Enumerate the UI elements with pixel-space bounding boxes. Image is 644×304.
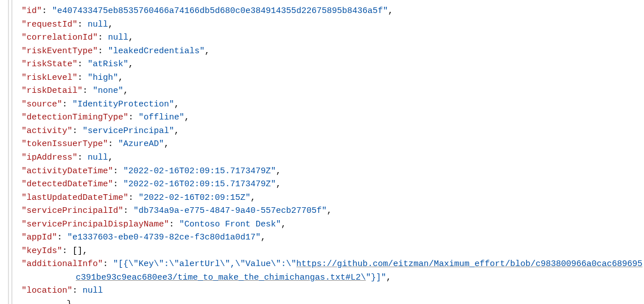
json-string-value: "servicePrincipal" <box>83 126 174 136</box>
json-line: "correlationId": null, <box>21 31 644 45</box>
json-key: "additionalInfo" <box>21 259 103 269</box>
json-key: "id" <box>21 6 42 16</box>
json-line: "servicePrincipalId": "db734a9a-e775-484… <box>21 204 644 218</box>
json-string-value: "Contoso Front Desk" <box>179 220 281 229</box>
json-key: "activityDateTime" <box>21 166 113 176</box>
json-key: "activity" <box>21 126 72 136</box>
json-colon: : <box>57 233 67 242</box>
json-line: "detectedDateTime": "2022-02-16T02:09:15… <box>21 178 644 191</box>
json-code-block: "id": "e407433475eb8535760466a74166db5d6… <box>11 0 644 304</box>
json-comma: , <box>261 233 266 242</box>
json-colon: : <box>98 46 108 56</box>
json-line: "additionalInfo": "[{\"Key\":\"alertUrl\… <box>21 258 644 284</box>
json-key: "servicePrincipalDisplayName" <box>21 220 169 229</box>
json-colon: : <box>77 20 88 29</box>
json-comma: , <box>386 273 391 282</box>
json-colon: : <box>128 113 139 122</box>
json-colon: : <box>169 220 179 229</box>
json-colon: : <box>77 73 88 83</box>
json-array-value: [] <box>72 246 83 256</box>
json-colon: : <box>72 126 83 136</box>
json-comma: , <box>388 6 393 16</box>
json-key: "ipAddress" <box>21 153 77 162</box>
json-comma: , <box>108 153 113 162</box>
json-comma: , <box>184 113 189 122</box>
json-key: "riskLevel" <box>21 73 77 83</box>
json-colon: : <box>108 139 118 149</box>
json-string-value: "db734a9a-e775-4847-9a40-557ecb27705f" <box>133 206 327 216</box>
json-colon: : <box>83 86 93 96</box>
json-line: "ipAddress": null, <box>21 151 644 165</box>
json-colon: : <box>113 166 123 176</box>
json-colon: : <box>98 33 108 42</box>
json-string-value: "2022-02-16T02:09:15.7173479Z" <box>123 179 276 189</box>
json-key: "riskDetail" <box>21 86 83 96</box>
json-string-value: "AzureAD" <box>118 139 164 149</box>
json-key: "location" <box>21 286 72 296</box>
json-string-value: "high" <box>88 73 118 83</box>
json-colon: : <box>123 206 133 216</box>
json-null-value: null <box>88 20 108 29</box>
json-string-value: "none" <box>93 86 123 96</box>
json-key: "servicePrincipalId" <box>21 206 123 216</box>
json-key: "riskEventType" <box>21 46 98 56</box>
json-colon: : <box>62 246 72 256</box>
json-key: "appId" <box>21 233 57 242</box>
json-line: "activityDateTime": "2022-02-16T02:09:15… <box>21 165 644 178</box>
json-string-value: "2022-02-16T02:09:15.7173479Z" <box>123 166 276 176</box>
json-comma: , <box>174 100 179 109</box>
json-line: "riskEventType": "leakedCredentials", <box>21 45 644 58</box>
json-comma: , <box>128 33 133 42</box>
json-string-close: "}]" <box>366 273 386 282</box>
json-key: "detectionTimingType" <box>21 113 128 122</box>
json-null-value: null <box>108 33 128 42</box>
json-comma: , <box>174 126 179 136</box>
json-key: "tokenIssuerType" <box>21 139 108 149</box>
json-closing-brace: } <box>21 298 644 304</box>
json-key: "keyIds" <box>21 246 62 256</box>
json-colon: : <box>77 59 88 69</box>
json-string-value: "leakedCredentials" <box>108 46 205 56</box>
json-line: "detectionTimingType": "offline", <box>21 111 644 125</box>
json-line: "requestId": null, <box>21 18 644 32</box>
json-colon: : <box>42 6 52 16</box>
json-key: "lastUpdatedDateTime" <box>21 193 128 203</box>
json-line: "tokenIssuerType": "AzureAD", <box>21 138 644 151</box>
json-line: "appId": "e1337603-ebe0-4739-82ce-f3c80d… <box>21 231 644 245</box>
json-string-value: "e407433475eb8535760466a74166db5d680c0e3… <box>52 6 388 16</box>
json-colon: : <box>128 193 139 203</box>
json-string-value: "offline" <box>139 113 184 122</box>
json-comma: , <box>276 179 281 189</box>
json-string-value: "atRisk" <box>88 59 128 69</box>
json-line: "keyIds": [], <box>21 245 644 258</box>
json-string-value: "e1337603-ebe0-4739-82ce-f3c80d1a0d17" <box>67 233 261 242</box>
json-comma: , <box>108 20 113 29</box>
json-key: "riskState" <box>21 59 77 69</box>
json-comma: , <box>123 86 128 96</box>
json-comma: , <box>250 193 256 203</box>
json-line: "id": "e407433475eb8535760466a74166db5d6… <box>21 5 644 18</box>
json-null-value: null <box>88 153 108 162</box>
json-comma: , <box>83 246 88 256</box>
json-line: "source": "IdentityProtection", <box>21 98 644 112</box>
json-string-value: "2022-02-16T02:09:15Z" <box>139 193 250 203</box>
json-line: "servicePrincipalDisplayName": "Contoso … <box>21 218 644 232</box>
json-null-value: null <box>83 286 103 296</box>
json-colon: : <box>72 286 83 296</box>
json-comma: , <box>205 46 210 56</box>
json-line: "riskState": "atRisk", <box>21 58 644 71</box>
json-comma: , <box>281 220 286 229</box>
json-key: "source" <box>21 100 62 109</box>
json-line: "activity": "servicePrincipal", <box>21 125 644 138</box>
json-colon: : <box>103 259 113 269</box>
json-line: "lastUpdatedDateTime": "2022-02-16T02:09… <box>21 191 644 205</box>
json-colon: : <box>77 153 88 162</box>
json-comma: , <box>118 73 123 83</box>
json-comma: , <box>327 206 332 216</box>
json-line: "riskDetail": "none", <box>21 84 644 98</box>
json-string-open: "[{\"Key\":\"alertUrl\",\"Value\":\" <box>113 259 296 269</box>
json-colon: : <box>113 179 123 189</box>
json-comma: , <box>164 139 169 149</box>
json-key: "requestId" <box>21 20 77 29</box>
json-line: "riskLevel": "high", <box>21 71 644 85</box>
